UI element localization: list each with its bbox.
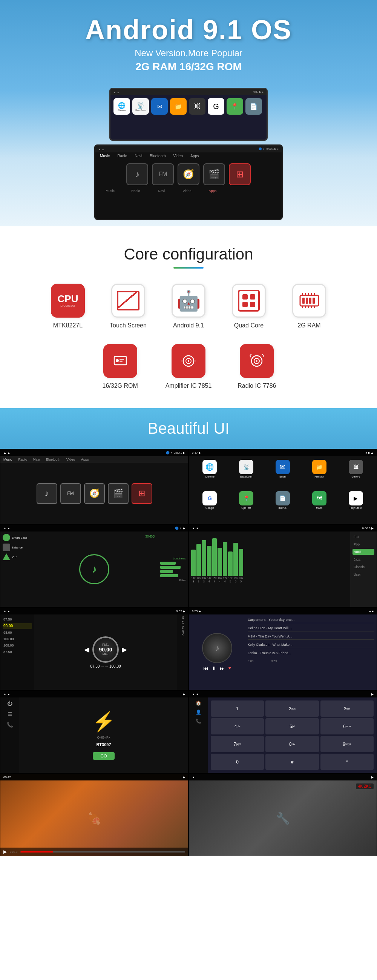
- media-icons-grid: ♪ FM 🧭 🎬 ⊞: [0, 463, 188, 524]
- bt-go-btn[interactable]: GO: [93, 752, 114, 760]
- app-maps[interactable]: 🗺Maps: [302, 491, 336, 520]
- screenshots-grid-row2: ▲ ▲🔵 ♪ ▶ Smart Bass Balance: [0, 524, 377, 607]
- app-gpstest[interactable]: 📍GpsTest: [229, 491, 263, 520]
- eq-band-13k: 13k3: [202, 540, 206, 583]
- music-prev-btn[interactable]: ⏮: [203, 665, 209, 671]
- app-instructions[interactable]: 📄Instruc.: [266, 491, 300, 520]
- radio-freq-8750b[interactable]: 87.50: [3, 649, 32, 654]
- nav-apps[interactable]: Apps: [81, 458, 89, 461]
- radio-freq-8750[interactable]: 87.50: [3, 617, 32, 622]
- eq-mode-user[interactable]: User: [353, 571, 374, 578]
- radio-freq-10800[interactable]: 108.00: [3, 643, 32, 648]
- nav-navi[interactable]: Navi: [33, 458, 40, 461]
- app-playstore[interactable]: ▶Play Store: [339, 491, 373, 520]
- phone-call-icon[interactable]: 📞: [196, 719, 201, 724]
- app-gallery[interactable]: 🖼Gallery: [339, 460, 373, 489]
- dial-4[interactable]: 4ghi: [211, 718, 264, 735]
- amplifier-icon: [177, 350, 200, 372]
- status-bar-7: ▲ ▲▶: [0, 690, 188, 697]
- media-apps-btn[interactable]: ⊞: [131, 483, 152, 504]
- svg-point-31: [256, 360, 258, 362]
- bt-menu-icon[interactable]: ☰: [8, 711, 13, 717]
- nav-radio[interactable]: Radio: [19, 458, 27, 461]
- dial-3[interactable]: 3def: [320, 700, 374, 717]
- dial-0[interactable]: 0: [211, 754, 264, 770]
- screenshot-bluetooth: ▲ ▲▶ ⏻ ☰ 📞 ⚡ QHB-iPx BT3097 GO: [0, 690, 188, 773]
- nav-tabs-1: Music Radio Navi Bluetooth Video Apps: [0, 456, 188, 463]
- media-fm-btn[interactable]: FM: [60, 483, 81, 504]
- beautiful-ui-title: Beautiful UI: [11, 420, 366, 438]
- radio-freq-9000[interactable]: 90.00: [3, 623, 32, 629]
- phone-contacts-icon[interactable]: 👤: [196, 710, 201, 715]
- media-music-btn[interactable]: ♪: [36, 483, 57, 504]
- dial-hash[interactable]: #: [265, 754, 318, 770]
- features-grid-row2: 16/32G ROM Amplifier IC 7851: [15, 344, 362, 389]
- device-screen-top: ▲ ▲ 9:47 ▶ ● 🌐Chrome 📡EasyConn ✉ 📁 🖼 G 📍…: [109, 88, 268, 141]
- screenshots-grid-row5: 09:42▶ 🍖 ▶ 00:13 ▲▶: [0, 773, 377, 856]
- radio-freq-10600[interactable]: 106.00: [3, 636, 32, 642]
- svg-rect-4: [312, 298, 315, 304]
- feature-amplifier: Amplifier IC 7851: [165, 344, 212, 389]
- app-easyconn[interactable]: 📡EasyConn: [229, 460, 263, 489]
- track-time: 0:03 3:59: [248, 659, 374, 663]
- track-m2m[interactable]: M2M - The Day You Went A...: [248, 633, 374, 640]
- nav-music[interactable]: Music: [3, 458, 13, 461]
- phone-dial-pad: 1 2abc 3def 4ghi 5jkl 6mno 7pqrs 8tuv 9w…: [208, 697, 377, 773]
- video-progress-fill: [21, 851, 53, 853]
- dial-2[interactable]: 2abc: [265, 700, 318, 717]
- app-google[interactable]: GGoogle: [193, 491, 227, 520]
- nav-bluetooth[interactable]: Bluetooth: [46, 458, 60, 461]
- nav-video[interactable]: Video: [67, 458, 75, 461]
- bt-device-name: BT3097: [96, 742, 111, 747]
- eq-mode-flat[interactable]: Flat: [353, 534, 374, 540]
- dial-7[interactable]: 7pqrs: [211, 736, 264, 752]
- eq-mode-jazz[interactable]: Jazz: [353, 557, 374, 562]
- video-workshop-placeholder: 🔧: [276, 812, 290, 825]
- radio-af: AF: [181, 621, 184, 624]
- dial-star[interactable]: *: [320, 754, 374, 770]
- bt-phone-icon[interactable]: 📞: [7, 722, 13, 728]
- eq-mode-pop[interactable]: Pop: [353, 541, 374, 547]
- track-kelly[interactable]: Kelly Clarkson - What Make...: [248, 642, 374, 648]
- eq-mode-rock[interactable]: Rock: [353, 549, 374, 555]
- eq-smartbass-dot[interactable]: [3, 534, 10, 541]
- dial-9[interactable]: 9wxyz: [320, 736, 374, 752]
- bt-power-icon[interactable]: ⏻: [7, 700, 13, 706]
- music-play-btn[interactable]: ⏸: [212, 665, 217, 671]
- app-filemgr[interactable]: 📁File Mgr: [302, 460, 336, 489]
- touchscreen-icon-box: [111, 284, 145, 318]
- track-carpenters[interactable]: Carpenters - Yesterday onc...: [248, 617, 374, 623]
- radio-prev-btn[interactable]: ◀: [84, 646, 89, 654]
- track-lenka[interactable]: Lenka - Trouble Is A Friend...: [248, 650, 374, 656]
- app-email[interactable]: ✉Email: [266, 460, 300, 489]
- app-chrome[interactable]: 🌐Chrome: [193, 460, 227, 489]
- radio-freq-9800[interactable]: 98.00: [3, 630, 32, 635]
- bluetooth-center: ⚡ QHB-iPx BT3097 GO: [19, 697, 188, 773]
- screenshots-grid-row4: ▲ ▲▶ ⏻ ☰ 📞 ⚡ QHB-iPx BT3097 GO: [0, 690, 377, 773]
- music-next-btn[interactable]: ⏭: [220, 665, 225, 671]
- music-favorite-icon[interactable]: ♥: [228, 665, 231, 671]
- dial-5[interactable]: 5jkl: [265, 718, 318, 735]
- radio-next-btn[interactable]: ▶: [122, 646, 127, 654]
- screenshot-eq-bars: ▲ ▲0:00:3 ▶ 11k3 12k3 13k3 14k4 15k4 16k…: [188, 524, 377, 607]
- eq-vip-icon[interactable]: [3, 554, 10, 560]
- feature-cpu: CPU processor MTK8227L: [45, 284, 90, 329]
- app-grid-ss: 🌐Chrome 📡EasyConn ✉Email 📁File Mgr 🖼Gall…: [189, 456, 377, 524]
- media-film-btn[interactable]: 🎬: [108, 483, 128, 504]
- track-celine[interactable]: Celine Dion - My Heart Will ...: [248, 625, 374, 632]
- ram-icon: [297, 289, 322, 313]
- dial-8[interactable]: 8tuv: [265, 736, 318, 752]
- hero-title: Android 9.1 OS: [8, 15, 369, 45]
- phone-home-icon[interactable]: 🏠: [196, 700, 201, 706]
- dial-6[interactable]: 6mno: [320, 718, 374, 735]
- eq-band-14k: 14k4: [207, 546, 212, 583]
- media-navi-btn[interactable]: 🧭: [84, 483, 105, 504]
- eq-bar-4: [160, 574, 178, 577]
- eq-mode-classic[interactable]: Classic: [353, 564, 374, 570]
- eq-balance-icon[interactable]: [3, 544, 10, 551]
- dial-1[interactable]: 1: [211, 700, 264, 717]
- video-play-icon[interactable]: ▶: [3, 849, 7, 854]
- phone-dial-main: 🏠 👤 📞 1 2abc 3def 4ghi 5jkl 6mno 7pqrs: [189, 697, 377, 773]
- svg-rect-21: [122, 368, 123, 371]
- bluetooth-symbol: ⚡: [92, 711, 116, 733]
